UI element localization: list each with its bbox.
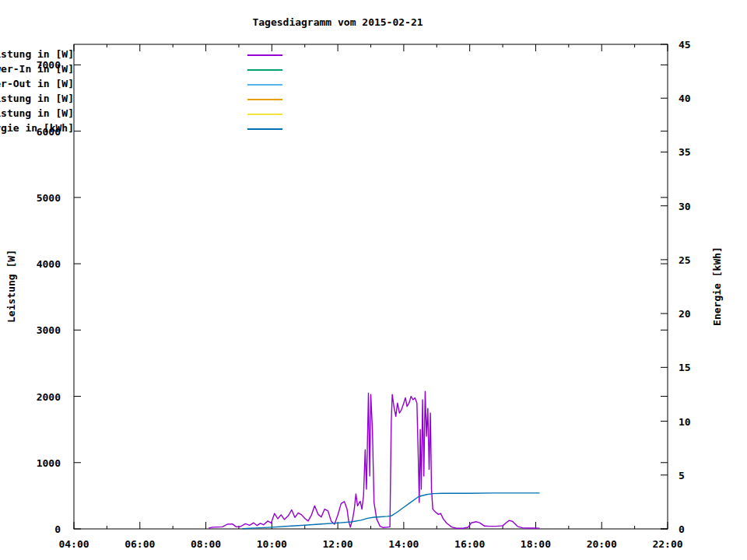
svg-text:06:00: 06:00 (124, 538, 155, 550)
legend-color-swatch (247, 54, 282, 56)
svg-text:20:00: 20:00 (587, 538, 617, 550)
svg-text:0: 0 (54, 523, 61, 535)
legend-label: PV-1 Leistung in [W] (0, 93, 74, 104)
svg-text:18:00: 18:00 (521, 538, 551, 550)
svg-text:5: 5 (679, 470, 685, 481)
svg-text:10:00: 10:00 (257, 538, 287, 550)
legend-label: PV-Power-In in [W] (0, 63, 74, 75)
chart-plot-area: 04:0006:0008:0010:0012:0014:0016:0018:00… (0, 0, 747, 560)
svg-text:16:00: 16:00 (454, 538, 485, 550)
legend-label: AC Leistung in [W] (0, 48, 74, 60)
svg-text:14:00: 14:00 (388, 538, 419, 550)
svg-text:15: 15 (679, 362, 691, 373)
svg-text:22:00: 22:00 (652, 538, 682, 550)
svg-text:12:00: 12:00 (323, 538, 353, 550)
legend-color-swatch (247, 99, 282, 100)
legend-color-swatch (247, 84, 282, 86)
legend-color-swatch (247, 114, 282, 115)
legend-color-swatch (247, 69, 282, 71)
svg-text:2000: 2000 (37, 391, 61, 403)
svg-text:3000: 3000 (37, 324, 61, 336)
svg-text:30: 30 (679, 201, 691, 212)
svg-text:5000: 5000 (37, 192, 61, 204)
svg-text:40: 40 (679, 93, 691, 104)
svg-text:25: 25 (679, 254, 691, 266)
svg-text:45: 45 (679, 39, 691, 51)
svg-text:10: 10 (679, 416, 691, 428)
svg-text:0: 0 (679, 523, 685, 535)
svg-text:08:00: 08:00 (191, 538, 221, 550)
svg-text:35: 35 (679, 146, 691, 158)
legend-label: Energie in [kWh] (0, 122, 74, 134)
legend-label: PV-Power-Out in [W] (0, 78, 74, 89)
legend-label: PV-2 Leistung in [W] (0, 107, 74, 119)
svg-text:20: 20 (679, 308, 691, 320)
svg-text:1000: 1000 (37, 457, 61, 469)
svg-text:04:00: 04:00 (58, 538, 89, 550)
legend-color-swatch (247, 128, 282, 130)
gnuplot-day-chart-page: Tagesdiagramm vom 2015-02-21 Leistung [W… (0, 0, 747, 560)
svg-text:4000: 4000 (37, 258, 61, 270)
